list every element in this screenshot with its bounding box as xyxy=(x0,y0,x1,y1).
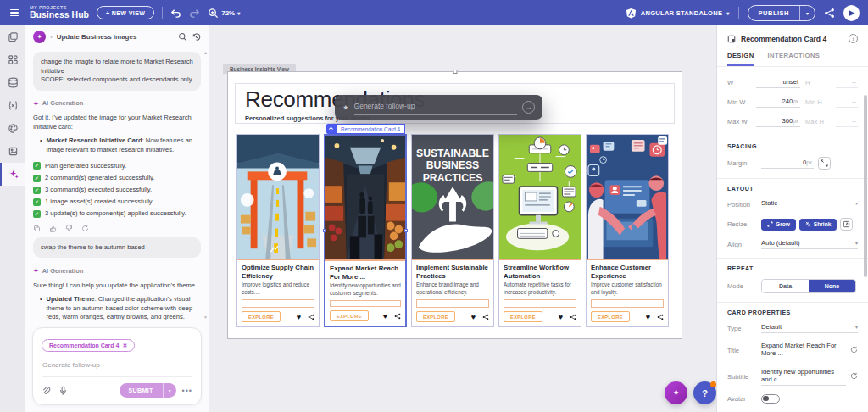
tab-design[interactable]: DESIGN xyxy=(727,52,754,66)
share-icon[interactable] xyxy=(657,314,664,320)
sidebar-item-data[interactable] xyxy=(0,71,25,94)
checklist-item: ✓1 image asset(s) created successfully. xyxy=(33,198,201,207)
recommendation-card-2-selected[interactable]: Expand Market Reach For More ... Identif… xyxy=(324,134,407,327)
more-options-icon[interactable]: ••• xyxy=(182,387,192,395)
width-label: W xyxy=(727,79,751,86)
card-subtitle: Improve customer satisfaction and loyalt… xyxy=(591,281,664,295)
sidebar-item-pages[interactable] xyxy=(0,25,25,48)
design-canvas[interactable]: Business Insights View Recommendations P… xyxy=(209,25,716,412)
share-icon[interactable] xyxy=(824,8,835,19)
type-select[interactable]: Default▾ xyxy=(761,323,858,333)
search-icon[interactable] xyxy=(178,32,187,42)
margin-field[interactable]: 0px xyxy=(761,158,814,169)
height-field[interactable]: -- xyxy=(836,77,858,88)
scroll-up-icon[interactable]: ▲ xyxy=(203,50,208,56)
card-illustration-supply-chain xyxy=(237,135,319,260)
sidebar-item-assets[interactable] xyxy=(0,140,25,163)
max-width-field[interactable]: 360px xyxy=(756,116,800,127)
type-row: Type Default▾ xyxy=(727,323,858,333)
selection-handle[interactable] xyxy=(323,229,326,232)
scroll-down-icon[interactable]: ▼ xyxy=(203,315,208,320)
subtitle-field[interactable]: Identify new opportunities and c... xyxy=(761,368,846,386)
shrink-button[interactable]: Shrink xyxy=(799,219,837,231)
align-select[interactable]: Auto (default)▾ xyxy=(761,239,858,249)
max-height-label: Max H xyxy=(805,118,831,125)
preview-play-button[interactable]: ▶ xyxy=(843,5,860,21)
recommendation-card-1[interactable]: Optimize Supply Chain Efficiency Improve… xyxy=(236,134,320,327)
mode-option-none[interactable]: None xyxy=(809,280,855,292)
share-icon[interactable] xyxy=(482,314,489,320)
regenerate-icon[interactable] xyxy=(81,225,89,232)
title-field[interactable]: Expand Market Reach For More ... xyxy=(761,342,846,359)
min-width-field[interactable]: 240px xyxy=(756,97,800,108)
favorite-icon[interactable]: ♥ xyxy=(383,312,387,320)
history-icon[interactable] xyxy=(192,32,201,42)
share-icon[interactable] xyxy=(394,313,401,320)
sidebar-item-logic[interactable] xyxy=(0,94,25,117)
undo-icon[interactable] xyxy=(170,8,181,19)
copy-icon[interactable] xyxy=(33,225,41,232)
ai-assistant-fab[interactable]: ✦ xyxy=(665,381,687,404)
min-height-label: Min H xyxy=(805,98,831,106)
send-arrow-icon[interactable]: → xyxy=(522,101,535,114)
explore-button[interactable]: EXPLORE xyxy=(330,310,369,321)
ai-avatar: ✦ xyxy=(33,31,46,43)
chat-input[interactable]: Generate follow-up xyxy=(42,361,192,369)
width-field[interactable]: unset xyxy=(756,77,800,88)
min-height-field[interactable]: -- xyxy=(836,97,858,108)
submit-button[interactable]: SUBMIT xyxy=(120,383,163,398)
close-icon[interactable]: ✕ xyxy=(122,342,127,349)
environment-selector[interactable]: ANGULAR STANDALONE ▾ xyxy=(626,8,730,19)
share-icon[interactable] xyxy=(570,314,576,320)
info-icon[interactable]: i xyxy=(849,34,858,43)
explore-button[interactable]: EXPLORE xyxy=(591,311,630,322)
favorite-icon[interactable]: ♥ xyxy=(471,313,476,321)
favorite-icon[interactable]: ♥ xyxy=(646,313,650,321)
explore-button[interactable]: EXPLORE xyxy=(416,311,455,322)
expand-margin-sides-button[interactable] xyxy=(818,157,831,170)
recommendation-card-4[interactable]: Streamline Workflow Automation Automate … xyxy=(498,134,581,327)
favorite-icon[interactable]: ♥ xyxy=(297,313,301,321)
share-icon[interactable] xyxy=(308,314,314,320)
sidebar-item-components[interactable] xyxy=(0,48,25,71)
selection-badge[interactable]: Recommendation Card 4 xyxy=(326,124,405,134)
project-switcher[interactable]: MY PROJECTS Business Hub xyxy=(30,6,89,20)
max-height-field[interactable]: -- xyxy=(836,116,858,127)
explore-button[interactable]: EXPLORE xyxy=(242,311,281,322)
microphone-icon[interactable] xyxy=(58,386,68,395)
environment-label: ANGULAR STANDALONE xyxy=(641,9,723,17)
resize-handle[interactable] xyxy=(453,70,457,74)
zoom-control[interactable]: 72% ▾ xyxy=(208,8,240,19)
mode-option-data[interactable]: Data xyxy=(762,280,809,292)
redo-icon[interactable] xyxy=(189,8,200,19)
position-select[interactable]: Static▾ xyxy=(761,199,858,209)
align-label: Align xyxy=(727,241,761,248)
menu-icon[interactable] xyxy=(8,8,20,19)
custom-resize-button[interactable] xyxy=(840,218,853,231)
submit-dropdown[interactable]: ▾ xyxy=(163,383,176,398)
selection-handle[interactable] xyxy=(404,229,408,232)
avatar-toggle[interactable] xyxy=(761,394,780,404)
regenerate-icon[interactable] xyxy=(850,346,858,355)
grow-button[interactable]: Grow xyxy=(761,219,796,231)
regenerate-icon[interactable] xyxy=(850,372,858,381)
tab-interactions[interactable]: INTERACTIONS xyxy=(768,52,821,66)
scrollbar-thumb[interactable] xyxy=(864,95,867,277)
help-fab[interactable]: ? xyxy=(693,381,716,404)
component-select-icon xyxy=(326,124,336,134)
thumbs-up-icon[interactable] xyxy=(49,225,57,232)
sidebar-item-theme[interactable] xyxy=(0,117,25,140)
new-view-button[interactable]: + NEW VIEW xyxy=(97,6,154,19)
publish-button[interactable]: PUBLISH xyxy=(748,6,799,20)
recommendation-card-5[interactable]: Enhance Customer Experience Improve cust… xyxy=(586,134,669,327)
thumbs-down-icon[interactable] xyxy=(65,225,73,232)
recommendation-card-3[interactable]: SUSTAINABLE BUSINESS PRACTICES Implement… xyxy=(411,134,494,327)
chevron-right-icon[interactable]: › xyxy=(50,33,53,41)
publish-dropdown[interactable]: ▾ xyxy=(799,6,815,20)
favorite-icon[interactable]: ♥ xyxy=(559,313,563,321)
explore-button[interactable]: EXPLORE xyxy=(504,311,542,322)
context-chip[interactable]: Recommendation Card 4 ✕ xyxy=(42,339,135,352)
generate-followup-input[interactable]: Generate follow-up xyxy=(354,99,517,115)
sidebar-item-ai[interactable] xyxy=(0,163,25,186)
attachment-icon[interactable] xyxy=(42,386,51,395)
